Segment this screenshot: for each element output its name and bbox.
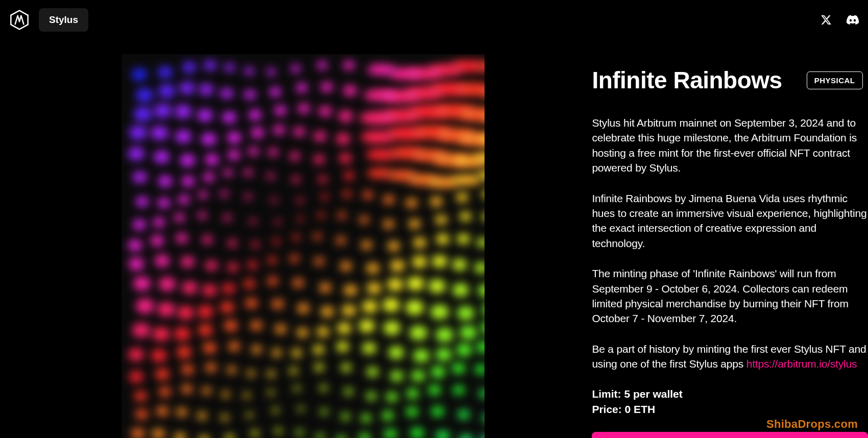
project-description: Stylus hit Arbitrum mainnet on September…: [592, 115, 868, 371]
watermark: ShibaDrops.com: [766, 418, 858, 431]
project-title: Infinite Rainbows: [592, 66, 782, 94]
description-paragraph: The minting phase of 'Infinite Rainbows'…: [592, 266, 868, 326]
limit-label: Limit:: [592, 388, 621, 400]
mint-button[interactable]: Mint: [592, 432, 868, 438]
description-paragraph: Infinite Rainbows by Jimena Buena Vida u…: [592, 191, 868, 251]
header-right: [820, 14, 859, 26]
header-left: Stylus: [9, 8, 88, 32]
physical-badge: PHYSICAL: [807, 71, 863, 89]
description-paragraph: Stylus hit Arbitrum mainnet on September…: [592, 115, 868, 176]
title-row: Infinite Rainbows PHYSICAL: [592, 66, 868, 94]
description-cta: Be a part of history by minting the firs…: [592, 342, 868, 372]
stylus-link[interactable]: https://arbitrum.io/stylus: [746, 358, 857, 370]
x-twitter-icon[interactable]: [820, 14, 832, 26]
project-info: Infinite Rainbows PHYSICAL Stylus hit Ar…: [592, 54, 868, 438]
nft-artwork: [122, 54, 485, 438]
price-label: Price:: [592, 403, 621, 415]
stylus-button[interactable]: Stylus: [39, 8, 88, 32]
discord-icon[interactable]: [847, 14, 859, 26]
main-content: Infinite Rainbows PHYSICAL Stylus hit Ar…: [0, 40, 868, 438]
header: Stylus: [0, 0, 868, 40]
limit-value: 5 per wallet: [624, 388, 682, 400]
logo-icon[interactable]: [9, 10, 30, 30]
price-row: Price: 0 ETH: [592, 402, 868, 417]
limit-row: Limit: 5 per wallet: [592, 386, 868, 401]
price-value: 0 ETH: [625, 403, 656, 415]
mint-meta: Limit: 5 per wallet Price: 0 ETH: [592, 386, 868, 417]
